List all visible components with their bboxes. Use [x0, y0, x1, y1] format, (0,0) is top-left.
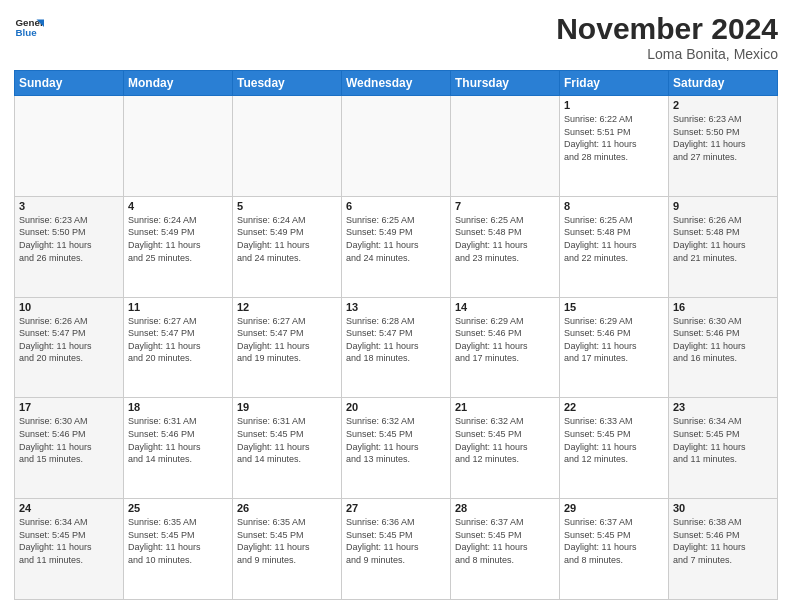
calendar-cell: 21Sunrise: 6:32 AM Sunset: 5:45 PM Dayli…	[451, 398, 560, 499]
day-number: 11	[128, 301, 228, 313]
day-number: 12	[237, 301, 337, 313]
day-number: 8	[564, 200, 664, 212]
location: Loma Bonita, Mexico	[556, 46, 778, 62]
calendar-cell: 10Sunrise: 6:26 AM Sunset: 5:47 PM Dayli…	[15, 297, 124, 398]
col-monday: Monday	[124, 71, 233, 96]
calendar-cell: 22Sunrise: 6:33 AM Sunset: 5:45 PM Dayli…	[560, 398, 669, 499]
calendar-cell: 20Sunrise: 6:32 AM Sunset: 5:45 PM Dayli…	[342, 398, 451, 499]
day-number: 26	[237, 502, 337, 514]
week-row-4: 17Sunrise: 6:30 AM Sunset: 5:46 PM Dayli…	[15, 398, 778, 499]
day-number: 1	[564, 99, 664, 111]
col-tuesday: Tuesday	[233, 71, 342, 96]
day-number: 20	[346, 401, 446, 413]
week-row-2: 3Sunrise: 6:23 AM Sunset: 5:50 PM Daylig…	[15, 196, 778, 297]
day-number: 14	[455, 301, 555, 313]
calendar-cell: 23Sunrise: 6:34 AM Sunset: 5:45 PM Dayli…	[669, 398, 778, 499]
calendar-cell: 9Sunrise: 6:26 AM Sunset: 5:48 PM Daylig…	[669, 196, 778, 297]
col-thursday: Thursday	[451, 71, 560, 96]
day-info: Sunrise: 6:34 AM Sunset: 5:45 PM Dayligh…	[19, 516, 119, 566]
day-number: 18	[128, 401, 228, 413]
day-number: 10	[19, 301, 119, 313]
day-info: Sunrise: 6:35 AM Sunset: 5:45 PM Dayligh…	[237, 516, 337, 566]
week-row-3: 10Sunrise: 6:26 AM Sunset: 5:47 PM Dayli…	[15, 297, 778, 398]
calendar-cell: 27Sunrise: 6:36 AM Sunset: 5:45 PM Dayli…	[342, 499, 451, 600]
day-number: 25	[128, 502, 228, 514]
day-info: Sunrise: 6:25 AM Sunset: 5:48 PM Dayligh…	[455, 214, 555, 264]
calendar-cell	[233, 96, 342, 197]
day-number: 9	[673, 200, 773, 212]
day-info: Sunrise: 6:29 AM Sunset: 5:46 PM Dayligh…	[455, 315, 555, 365]
day-info: Sunrise: 6:27 AM Sunset: 5:47 PM Dayligh…	[128, 315, 228, 365]
day-info: Sunrise: 6:29 AM Sunset: 5:46 PM Dayligh…	[564, 315, 664, 365]
day-info: Sunrise: 6:33 AM Sunset: 5:45 PM Dayligh…	[564, 415, 664, 465]
day-number: 21	[455, 401, 555, 413]
day-info: Sunrise: 6:25 AM Sunset: 5:49 PM Dayligh…	[346, 214, 446, 264]
day-info: Sunrise: 6:36 AM Sunset: 5:45 PM Dayligh…	[346, 516, 446, 566]
week-row-5: 24Sunrise: 6:34 AM Sunset: 5:45 PM Dayli…	[15, 499, 778, 600]
month-title: November 2024	[556, 12, 778, 46]
calendar-cell: 26Sunrise: 6:35 AM Sunset: 5:45 PM Dayli…	[233, 499, 342, 600]
title-block: November 2024 Loma Bonita, Mexico	[556, 12, 778, 62]
day-number: 16	[673, 301, 773, 313]
day-number: 28	[455, 502, 555, 514]
day-info: Sunrise: 6:27 AM Sunset: 5:47 PM Dayligh…	[237, 315, 337, 365]
day-info: Sunrise: 6:30 AM Sunset: 5:46 PM Dayligh…	[673, 315, 773, 365]
day-info: Sunrise: 6:32 AM Sunset: 5:45 PM Dayligh…	[455, 415, 555, 465]
day-number: 5	[237, 200, 337, 212]
calendar-cell	[124, 96, 233, 197]
day-info: Sunrise: 6:32 AM Sunset: 5:45 PM Dayligh…	[346, 415, 446, 465]
calendar-cell: 30Sunrise: 6:38 AM Sunset: 5:46 PM Dayli…	[669, 499, 778, 600]
day-number: 24	[19, 502, 119, 514]
calendar-cell: 25Sunrise: 6:35 AM Sunset: 5:45 PM Dayli…	[124, 499, 233, 600]
day-number: 2	[673, 99, 773, 111]
day-info: Sunrise: 6:26 AM Sunset: 5:47 PM Dayligh…	[19, 315, 119, 365]
logo: General Blue	[14, 12, 44, 42]
day-number: 15	[564, 301, 664, 313]
day-info: Sunrise: 6:37 AM Sunset: 5:45 PM Dayligh…	[564, 516, 664, 566]
calendar-cell	[15, 96, 124, 197]
day-info: Sunrise: 6:38 AM Sunset: 5:46 PM Dayligh…	[673, 516, 773, 566]
day-number: 29	[564, 502, 664, 514]
day-info: Sunrise: 6:23 AM Sunset: 5:50 PM Dayligh…	[19, 214, 119, 264]
calendar-cell: 24Sunrise: 6:34 AM Sunset: 5:45 PM Dayli…	[15, 499, 124, 600]
col-wednesday: Wednesday	[342, 71, 451, 96]
calendar-cell: 28Sunrise: 6:37 AM Sunset: 5:45 PM Dayli…	[451, 499, 560, 600]
calendar-cell	[342, 96, 451, 197]
day-info: Sunrise: 6:22 AM Sunset: 5:51 PM Dayligh…	[564, 113, 664, 163]
day-info: Sunrise: 6:34 AM Sunset: 5:45 PM Dayligh…	[673, 415, 773, 465]
calendar-cell: 6Sunrise: 6:25 AM Sunset: 5:49 PM Daylig…	[342, 196, 451, 297]
day-number: 19	[237, 401, 337, 413]
calendar-cell: 13Sunrise: 6:28 AM Sunset: 5:47 PM Dayli…	[342, 297, 451, 398]
calendar-cell: 15Sunrise: 6:29 AM Sunset: 5:46 PM Dayli…	[560, 297, 669, 398]
day-info: Sunrise: 6:24 AM Sunset: 5:49 PM Dayligh…	[237, 214, 337, 264]
logo-icon: General Blue	[14, 12, 44, 42]
calendar-cell: 2Sunrise: 6:23 AM Sunset: 5:50 PM Daylig…	[669, 96, 778, 197]
day-info: Sunrise: 6:23 AM Sunset: 5:50 PM Dayligh…	[673, 113, 773, 163]
week-row-1: 1Sunrise: 6:22 AM Sunset: 5:51 PM Daylig…	[15, 96, 778, 197]
calendar-cell: 16Sunrise: 6:30 AM Sunset: 5:46 PM Dayli…	[669, 297, 778, 398]
day-number: 30	[673, 502, 773, 514]
day-number: 17	[19, 401, 119, 413]
calendar-cell	[451, 96, 560, 197]
calendar-cell: 17Sunrise: 6:30 AM Sunset: 5:46 PM Dayli…	[15, 398, 124, 499]
day-info: Sunrise: 6:31 AM Sunset: 5:46 PM Dayligh…	[128, 415, 228, 465]
col-saturday: Saturday	[669, 71, 778, 96]
calendar-cell: 3Sunrise: 6:23 AM Sunset: 5:50 PM Daylig…	[15, 196, 124, 297]
calendar-table: Sunday Monday Tuesday Wednesday Thursday…	[14, 70, 778, 600]
day-info: Sunrise: 6:24 AM Sunset: 5:49 PM Dayligh…	[128, 214, 228, 264]
col-sunday: Sunday	[15, 71, 124, 96]
page: General Blue November 2024 Loma Bonita, …	[0, 0, 792, 612]
calendar-cell: 11Sunrise: 6:27 AM Sunset: 5:47 PM Dayli…	[124, 297, 233, 398]
col-friday: Friday	[560, 71, 669, 96]
svg-text:Blue: Blue	[16, 27, 38, 38]
calendar-cell: 18Sunrise: 6:31 AM Sunset: 5:46 PM Dayli…	[124, 398, 233, 499]
day-info: Sunrise: 6:26 AM Sunset: 5:48 PM Dayligh…	[673, 214, 773, 264]
calendar-cell: 19Sunrise: 6:31 AM Sunset: 5:45 PM Dayli…	[233, 398, 342, 499]
day-number: 23	[673, 401, 773, 413]
day-info: Sunrise: 6:37 AM Sunset: 5:45 PM Dayligh…	[455, 516, 555, 566]
header-row: Sunday Monday Tuesday Wednesday Thursday…	[15, 71, 778, 96]
day-number: 13	[346, 301, 446, 313]
day-number: 4	[128, 200, 228, 212]
day-info: Sunrise: 6:25 AM Sunset: 5:48 PM Dayligh…	[564, 214, 664, 264]
calendar-cell: 14Sunrise: 6:29 AM Sunset: 5:46 PM Dayli…	[451, 297, 560, 398]
